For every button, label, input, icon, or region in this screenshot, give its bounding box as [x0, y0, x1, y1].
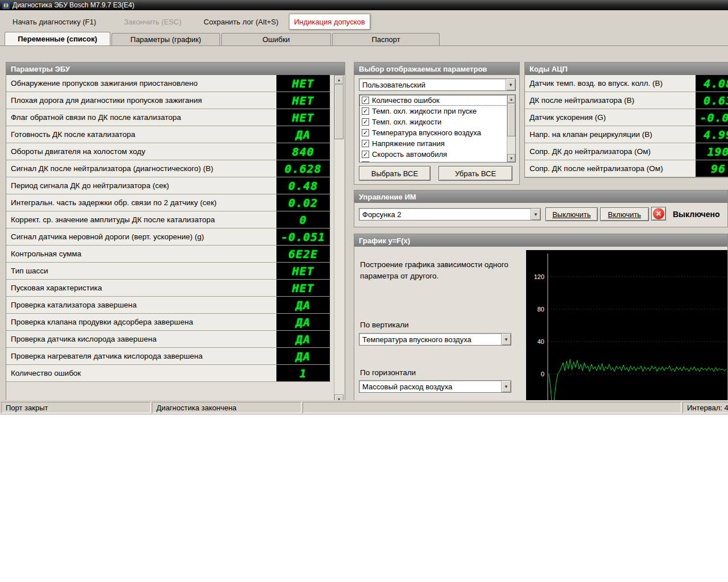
param-label: Плохая дорога для диагностики пропусков …: [6, 92, 276, 109]
table-row[interactable]: Коррект. ср. значение амплитуды ДК после…: [6, 211, 330, 228]
table-row[interactable]: Напр. на клапан рециркуляции (В)4.99: [525, 126, 728, 143]
table-row[interactable]: Проверка датчика кислорода завершенаДА: [6, 331, 330, 348]
horizontal-axis-value: Массовый расход воздуха: [359, 381, 501, 392]
table-row[interactable]: Интегральн. часть задержки обр. связи по…: [6, 194, 330, 211]
status-port: Порт закрыт: [1, 402, 151, 413]
param-value: 4.08: [696, 75, 728, 92]
checklist-item[interactable]: ✓Темп. охл. жидкости: [359, 117, 515, 127]
tab-variables-list[interactable]: Переменные (список): [5, 32, 110, 45]
parameter-selector-panel: Выбор отображаемых параметров Пользовате…: [354, 62, 520, 185]
table-row[interactable]: Датчик темп. возд. во впуск. колл. (В)4.…: [525, 75, 728, 92]
table-row[interactable]: Сигнал ДК после нейтрализатора (диагност…: [6, 160, 330, 177]
actuator-off-button[interactable]: Выключить: [545, 207, 598, 221]
checkbox-icon[interactable]: ✓: [362, 129, 369, 136]
title-bar[interactable]: Диагностика ЭБУ Bosch M7.9.7 E3(E4): [0, 0, 728, 10]
vertical-axis-dropdown[interactable]: Температура впускного воздуха ▼: [359, 333, 511, 346]
param-value: НЕТ: [276, 280, 330, 296]
param-label: Интегральн. часть задержки обр. связи по…: [6, 194, 276, 211]
checklist-item[interactable]: ✓Темп. охл. жидкости при пуске: [359, 106, 515, 117]
ecu-table-scrollbar[interactable]: ▲ ▼: [334, 75, 344, 404]
checklist-scrollbar[interactable]: ▲ ▼: [507, 95, 515, 162]
table-row[interactable]: Количество ошибок1: [6, 365, 330, 382]
param-checklist: ✓Количество ошибок✓Темп. охл. жидкости п…: [359, 94, 516, 163]
clear-all-button[interactable]: Убрать ВСЕ: [439, 166, 512, 181]
param-value: ДА: [276, 126, 330, 143]
tab-parameters-graph[interactable]: Параметры (график): [111, 33, 220, 45]
stop-diagnostics-button[interactable]: Закончить (ESC): [119, 15, 186, 28]
param-value: 190: [696, 143, 728, 160]
param-value: 0.48: [276, 177, 330, 194]
scroll-down-icon[interactable]: ▼: [507, 154, 515, 162]
table-row[interactable]: Период сигнала ДК до нейтрализатора (сек…: [6, 177, 330, 194]
param-label: ДК после нейтрализатора (В): [525, 92, 696, 109]
adc-codes-panel: Коды АЦП Датчик темп. возд. во впуск. ко…: [524, 62, 728, 178]
checklist-item-label: Температура впускного воздуха: [372, 128, 481, 137]
actuator-dropdown[interactable]: Форсунка 2 ▼: [359, 208, 541, 221]
param-value: ДА: [276, 297, 330, 313]
select-all-button[interactable]: Выбрать ВСЕ: [359, 166, 431, 181]
param-value: -0.05: [696, 109, 728, 126]
save-log-button[interactable]: Сохранить лог (Alt+S): [199, 15, 283, 28]
table-row[interactable]: Контрольная сумма6E2E: [6, 246, 330, 263]
scrollbar-thumb[interactable]: [334, 85, 344, 139]
checklist-item-label: Скорость автомобиля: [372, 150, 447, 159]
param-value: ДА: [276, 314, 330, 330]
param-label: Датчик темп. возд. во впуск. колл. (В): [525, 75, 696, 92]
actuator-on-button[interactable]: Включить: [600, 207, 649, 221]
param-value: 0.63: [696, 92, 728, 109]
table-row[interactable]: Проверка клапана продувки адсорбера заве…: [6, 314, 330, 331]
table-row[interactable]: Обороты двигателя на холостом ходу840: [6, 143, 330, 160]
param-label: Сигнал ДК после нейтрализатора (диагност…: [6, 160, 276, 177]
horizontal-axis-dropdown[interactable]: Массовый расход воздуха ▼: [359, 380, 511, 393]
param-value: 6E2E: [276, 246, 330, 262]
table-row[interactable]: ДК после нейтрализатора (В)0.63: [525, 92, 728, 109]
checkbox-icon[interactable]: ✓: [362, 118, 369, 126]
table-row[interactable]: Проверка нагревателя датчика кислорода з…: [6, 348, 330, 365]
checkbox-icon[interactable]: ✓: [362, 161, 369, 163]
chevron-down-icon[interactable]: ▼: [531, 209, 540, 220]
table-row[interactable]: Сигнал датчика неровной дороги (верт. ус…: [6, 228, 330, 246]
param-value: 0: [276, 211, 330, 228]
scroll-up-icon[interactable]: ▲: [507, 95, 515, 103]
param-value: 4.99: [696, 126, 728, 143]
table-row[interactable]: Сопр. ДК после нейтрализатора (Ом)96: [525, 160, 728, 177]
tab-errors[interactable]: Ошибки: [221, 33, 331, 45]
ecu-parameters-header: Параметры ЭБУ: [6, 63, 345, 75]
actuator-stop-button[interactable]: ✕: [651, 207, 666, 221]
checkbox-icon[interactable]: ✓: [362, 140, 369, 147]
table-row[interactable]: Сопр. ДК до нейтрализатора (Ом)190: [525, 143, 728, 160]
checklist-item[interactable]: ✓: [359, 160, 515, 163]
checklist-item[interactable]: ✓Напряжение питания: [359, 138, 515, 149]
table-row[interactable]: Готовность ДК после катализатораДА: [6, 126, 330, 143]
tab-passport[interactable]: Паспорт: [332, 33, 440, 45]
table-row[interactable]: Плохая дорога для диагностики пропусков …: [6, 92, 330, 109]
table-row[interactable]: Проверка катализатора завершенаДА: [6, 297, 330, 314]
param-label: Сопр. ДК после нейтрализатора (Ом): [525, 160, 696, 177]
table-row[interactable]: Тип шассиНЕТ: [6, 263, 330, 280]
table-row[interactable]: Обнаружение пропусков зажигания приостан…: [6, 75, 330, 92]
chevron-down-icon[interactable]: ▼: [506, 79, 515, 90]
checkbox-icon[interactable]: ✓: [362, 97, 369, 104]
content-area: Параметры ЭБУ Обнаружение пропусков зажи…: [0, 45, 728, 400]
checkbox-icon[interactable]: ✓: [362, 107, 369, 115]
chevron-down-icon[interactable]: ▼: [501, 381, 511, 392]
checkbox-icon[interactable]: ✓: [362, 151, 369, 158]
scroll-up-icon[interactable]: ▲: [334, 75, 344, 84]
checklist-item[interactable]: ✓Количество ошибок: [359, 95, 515, 106]
table-row[interactable]: Пусковая характеристикаНЕТ: [6, 280, 330, 297]
checklist-item[interactable]: ✓Температура впускного воздуха: [359, 127, 515, 138]
start-diagnostics-button[interactable]: Начать диагностику (F1): [8, 15, 101, 28]
param-label: Датчик ускорения (G): [525, 109, 696, 126]
tolerance-indication-button[interactable]: Индикация допусков: [289, 14, 370, 30]
table-row[interactable]: Флаг обратной связи по ДК после катализа…: [6, 109, 330, 126]
parameter-selector-header: Выбор отображаемых параметров: [354, 63, 519, 75]
svg-text:120: 120: [534, 273, 544, 280]
checklist-item[interactable]: ✓Скорость автомобиля: [359, 149, 515, 160]
scrollbar-thumb[interactable]: [507, 103, 515, 136]
vertical-axis-value: Температура впускного воздуха: [359, 334, 501, 345]
chevron-down-icon[interactable]: ▼: [501, 334, 511, 345]
table-row[interactable]: Датчик ускорения (G)-0.05: [525, 109, 728, 126]
status-diagnostics: Диагностика закончена: [152, 402, 301, 413]
param-label: Пусковая характеристика: [6, 280, 276, 296]
preset-dropdown[interactable]: Пользовательский ▼: [359, 78, 516, 91]
